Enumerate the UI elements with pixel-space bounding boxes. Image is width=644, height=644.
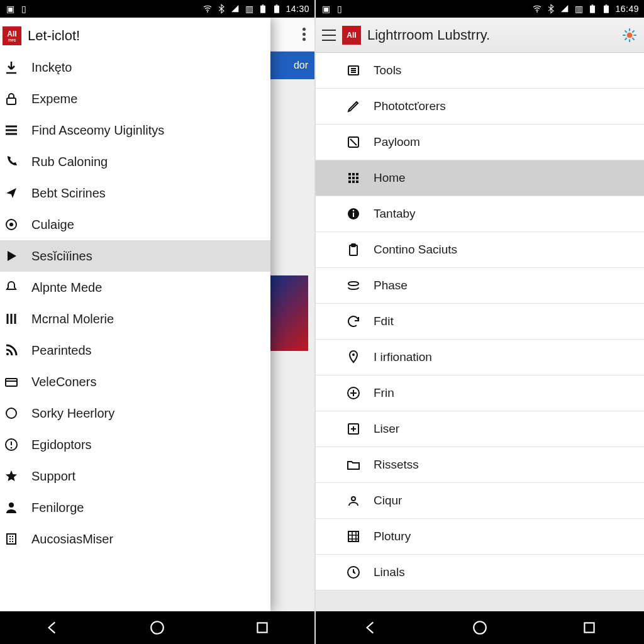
left-menu-item-0[interactable]: Inckęto — [0, 52, 270, 83]
left-menu-item-3[interactable]: Rub Caloning — [0, 146, 270, 177]
folder-icon — [345, 456, 362, 474]
battery2-icon — [272, 4, 282, 14]
home-button[interactable] — [470, 618, 489, 637]
bell-icon — [3, 279, 20, 296]
menu-item-label: Home — [374, 171, 406, 185]
nfc-icon: ▥ — [574, 4, 584, 14]
android-nav-bar — [0, 611, 314, 644]
right-menu-item-8[interactable]: I irfionation — [316, 340, 644, 375]
right-menu-item-5[interactable]: Contino Saciuts — [316, 232, 644, 268]
left-menu-item-12[interactable]: Egidoptors — [0, 429, 270, 460]
menu-item-label: Plotury — [374, 530, 411, 543]
building-icon — [3, 530, 20, 548]
right-menu-item-10[interactable]: Liser — [316, 411, 644, 447]
recents-button[interactable] — [253, 618, 272, 637]
cell-icon — [230, 4, 240, 14]
cast-icon: ▣ — [5, 4, 15, 14]
play-icon — [3, 247, 20, 265]
sim-icon: ▯ — [335, 4, 345, 14]
overflow-menu-icon[interactable] — [303, 28, 306, 41]
app-title: Lightrroom Lubstrry. — [367, 27, 615, 43]
right-menu-item-12[interactable]: Ciqur — [316, 483, 644, 519]
left-menu-item-1[interactable]: Expeme — [0, 83, 270, 114]
menu-item-label: Contino Saciuts — [374, 243, 457, 257]
lines-icon — [3, 121, 20, 139]
person-icon — [3, 499, 20, 516]
menu-item-label: Tantaby — [374, 207, 416, 221]
recents-button[interactable] — [580, 618, 599, 637]
back-button[interactable] — [361, 618, 380, 637]
left-menu-item-15[interactable]: AucosiasMiser — [0, 523, 270, 555]
menu-item-label: Alpnte Mede — [31, 280, 102, 295]
sparkle-icon[interactable] — [621, 27, 638, 43]
right-menu-item-9[interactable]: Frin — [316, 375, 644, 411]
left-menu-item-7[interactable]: Alpnte Mede — [0, 272, 270, 303]
menu-button[interactable] — [322, 30, 336, 41]
circle-icon — [3, 404, 20, 422]
left-menu-item-11[interactable]: Sorky Heerlory — [0, 397, 270, 429]
card-icon — [3, 373, 20, 391]
bluetooth-icon — [216, 4, 226, 14]
left-menu-item-10[interactable]: VeleConers — [0, 366, 270, 397]
content-thumbnail — [264, 275, 308, 351]
pencil-icon — [345, 97, 362, 115]
right-menu-item-14[interactable]: Linals — [316, 555, 644, 591]
nfc-icon: ▥ — [244, 4, 254, 14]
right-menu-item-7[interactable]: Fdit — [316, 304, 644, 340]
menu-item-label: AucosiasMiser — [31, 532, 113, 547]
plus-circle-icon — [345, 384, 362, 402]
left-menu-item-6[interactable]: Sesĭciïines — [0, 240, 270, 272]
right-menu-item-1[interactable]: Phototcťorers — [316, 89, 644, 125]
list-icon — [345, 62, 362, 79]
home-button[interactable] — [148, 618, 167, 637]
app-header: AII Lightrroom Lubstrry. — [316, 18, 644, 53]
share-icon — [3, 184, 20, 202]
clock-text: 14:30 — [286, 4, 309, 14]
right-menu-item-2[interactable]: Payloom — [316, 125, 644, 160]
menu-item-label: Inckęto — [31, 60, 72, 75]
menu-item-label: Sorky Heerlory — [31, 406, 114, 421]
left-menu-item-4[interactable]: Bebt Scirines — [0, 177, 270, 209]
menu-item-label: Pearinteds — [31, 343, 92, 358]
add-box-icon — [345, 420, 362, 438]
clock-text: 16:49 — [615, 4, 639, 14]
wifi-icon — [532, 4, 542, 14]
battery-icon — [587, 4, 597, 14]
right-menu-item-11[interactable]: Rissetss — [316, 447, 644, 483]
menu-item-label: Linals — [374, 565, 405, 579]
left-menu-item-8[interactable]: Mcrnal Molerie — [0, 303, 270, 335]
left-menu-item-14[interactable]: Fenilorge — [0, 492, 270, 523]
brand-logo: AIImrc — [3, 26, 21, 45]
menu-item-label: Rub Caloning — [31, 155, 108, 169]
right-menu-item-13[interactable]: Plotury — [316, 519, 644, 555]
grid-icon — [345, 169, 362, 187]
menu-item-label: VeleConers — [31, 375, 96, 389]
phone-right: ▣ ▯ ▥ 16:49 AII Lightrroom Lubstrry. Too… — [316, 0, 644, 644]
right-menu-item-4[interactable]: Tantaby — [316, 196, 644, 232]
menu-item-label: Support — [31, 469, 75, 484]
phone-left: ▣ ▯ ▥ 14:30 dor AIImrc Let-iclot! Inc — [0, 0, 316, 644]
left-menu-item-2[interactable]: Find Asceomy Uiginlitys — [0, 114, 270, 146]
menu-item-label: Phase — [374, 279, 408, 292]
download-icon — [3, 58, 20, 76]
menu-item-label: Fenilorge — [31, 501, 84, 515]
menu-item-label: Expeme — [31, 92, 77, 106]
clipboard-icon — [345, 241, 362, 258]
star-icon — [3, 467, 20, 485]
right-menu-item-6[interactable]: Phase — [316, 268, 644, 304]
left-menu-item-13[interactable]: Support — [0, 460, 270, 492]
right-menu-item-3[interactable]: Home — [316, 160, 644, 196]
back-button[interactable] — [43, 618, 62, 637]
columns-icon — [3, 310, 20, 328]
left-menu-item-5[interactable]: Culaige — [0, 209, 270, 240]
left-menu-item-9[interactable]: Pearinteds — [0, 335, 270, 366]
menu-list: InckętoExpemeFind Asceomy UiginlitysRub … — [0, 52, 270, 611]
cast-icon: ▣ — [321, 4, 331, 14]
table-icon — [345, 528, 362, 545]
menu-item-label: Frin — [374, 386, 394, 400]
menu-item-label: Tools — [374, 64, 401, 77]
right-menu-item-0[interactable]: Tools — [316, 53, 644, 89]
status-bar: ▣ ▯ ▥ 16:49 — [316, 0, 644, 18]
menu-item-label: Find Asceomy Uiginlitys — [31, 123, 164, 138]
pin-icon — [345, 348, 362, 366]
